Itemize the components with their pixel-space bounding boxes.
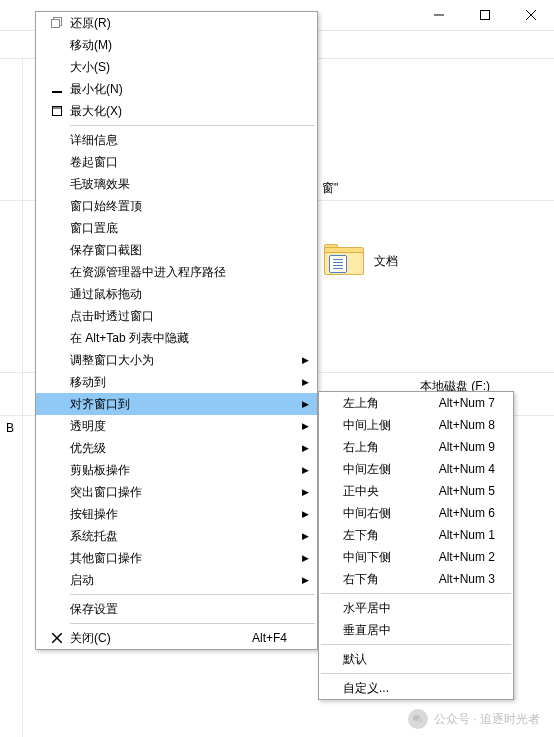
menu-item[interactable]: 剪贴板操作▶ [36,459,317,481]
submenu-item[interactable]: 左上角Alt+Num 7 [319,392,513,414]
menu-item-label: 系统托盘 [70,528,297,545]
minimize-icon [434,10,444,20]
menu-item-label: 移动到 [70,374,297,391]
menu-item[interactable]: 系统托盘▶ [36,525,317,547]
menu-item[interactable]: 移动到▶ [36,371,317,393]
menu-item[interactable]: 卷起窗口▶ [36,151,317,173]
menu-item-label: 还原(R) [70,15,297,32]
menu-item-label: 窗口置底 [70,220,297,237]
menu-item[interactable]: 窗口始终置顶▶ [36,195,317,217]
submenu-item[interactable]: 水平居中 [319,597,513,619]
menu-item-label: 其他窗口操作 [70,550,297,567]
menu-item[interactable]: 透明度▶ [36,415,317,437]
submenu-item-label: 默认 [343,651,505,668]
submenu-item-label: 左下角 [343,527,429,544]
restore-icon [44,17,70,29]
submenu-item[interactable]: 右上角Alt+Num 9 [319,436,513,458]
submenu-item-shortcut: Alt+Num 6 [429,506,505,520]
menu-item[interactable]: 最小化(N)▶ [36,78,317,100]
close-icon [526,10,536,20]
watermark: 公众号 · 追逐时光者 [408,709,540,729]
submenu-item-label: 中间下侧 [343,549,429,566]
menu-item-label: 调整窗口大小为 [70,352,297,369]
menu-item[interactable]: 详细信息▶ [36,129,317,151]
menu-item[interactable]: 按钮操作▶ [36,503,317,525]
submenu-item-shortcut: Alt+Num 5 [429,484,505,498]
menu-item-label: 最小化(N) [70,81,297,98]
menu-item[interactable]: 其他窗口操作▶ [36,547,317,569]
menu-item-label: 点击时透过窗口 [70,308,297,325]
submenu-item[interactable]: 垂直居中 [319,619,513,641]
menu-item-label: 启动 [70,572,297,589]
window-maximize-button[interactable] [462,0,508,30]
submenu-item-label: 正中央 [343,483,429,500]
window-close-button[interactable] [508,0,554,30]
submenu-item[interactable]: 左下角Alt+Num 1 [319,524,513,546]
menu-item[interactable]: 窗口置底▶ [36,217,317,239]
menu-separator [321,644,511,645]
menu-item[interactable]: 突出窗口操作▶ [36,481,317,503]
submenu-item[interactable]: 自定义... [319,677,513,699]
close-icon [44,633,70,643]
submenu-item[interactable]: 正中央Alt+Num 5 [319,480,513,502]
menu-item[interactable]: 最大化(X)▶ [36,100,317,122]
submenu-item[interactable]: 中间左侧Alt+Num 4 [319,458,513,480]
menu-item-label: 在 Alt+Tab 列表中隐藏 [70,330,297,347]
menu-item-label: 保存窗口截图 [70,242,297,259]
menu-item[interactable]: 还原(R)▶ [36,12,317,34]
menu-item[interactable]: 调整窗口大小为▶ [36,349,317,371]
menu-item-label: 卷起窗口 [70,154,297,171]
menu-separator [70,623,315,624]
menu-separator [321,673,511,674]
submenu-arrow-icon: ▶ [297,355,309,365]
menu-item-label: 移动(M) [70,37,297,54]
submenu-arrow-icon: ▶ [297,553,309,563]
submenu-item[interactable]: 默认 [319,648,513,670]
menu-item[interactable]: 优先级▶ [36,437,317,459]
submenu-item[interactable]: 中间上侧Alt+Num 8 [319,414,513,436]
submenu-item-label: 中间上侧 [343,417,429,434]
menu-item[interactable]: 关闭(C)Alt+F4▶ [36,627,317,649]
maximize-icon [480,10,490,20]
menu-item[interactable]: 毛玻璃效果▶ [36,173,317,195]
submenu-item-shortcut: Alt+Num 7 [429,396,505,410]
menu-item-label: 剪贴板操作 [70,462,297,479]
bg-folder-item[interactable]: 文档 [324,244,398,278]
submenu-item-label: 中间右侧 [343,505,429,522]
menu-item-label: 大小(S) [70,59,297,76]
submenu-arrow-icon: ▶ [297,443,309,453]
menu-item-label: 详细信息 [70,132,297,149]
minimize-icon [44,83,70,95]
submenu-item[interactable]: 右下角Alt+Num 3 [319,568,513,590]
menu-item[interactable]: 点击时透过窗口▶ [36,305,317,327]
menu-item[interactable]: 在 Alt+Tab 列表中隐藏▶ [36,327,317,349]
menu-item[interactable]: 在资源管理器中进入程序路径▶ [36,261,317,283]
submenu-item-shortcut: Alt+Num 8 [429,418,505,432]
menu-item[interactable]: 对齐窗口到▶ [36,393,317,415]
bg-separator [22,58,23,737]
submenu-item[interactable]: 中间右侧Alt+Num 6 [319,502,513,524]
menu-item-label: 窗口始终置顶 [70,198,297,215]
svg-rect-1 [481,11,490,20]
menu-item[interactable]: 通过鼠标拖动▶ [36,283,317,305]
align-window-submenu: 左上角Alt+Num 7中间上侧Alt+Num 8右上角Alt+Num 9中间左… [318,391,514,700]
menu-item[interactable]: 大小(S)▶ [36,56,317,78]
menu-item[interactable]: 启动▶ [36,569,317,591]
submenu-arrow-icon: ▶ [297,575,309,585]
bg-text-fragment: B [6,421,14,435]
menu-item-label: 最大化(X) [70,103,297,120]
submenu-item[interactable]: 中间下侧Alt+Num 2 [319,546,513,568]
submenu-arrow-icon: ▶ [297,487,309,497]
submenu-arrow-icon: ▶ [297,421,309,431]
menu-item-label: 通过鼠标拖动 [70,286,297,303]
submenu-arrow-icon: ▶ [297,465,309,475]
submenu-item-label: 垂直居中 [343,622,505,639]
menu-item[interactable]: 移动(M)▶ [36,34,317,56]
menu-item[interactable]: 保存设置▶ [36,598,317,620]
submenu-item-shortcut: Alt+Num 9 [429,440,505,454]
menu-item-label: 对齐窗口到 [70,396,297,413]
menu-item-label: 关闭(C) [70,630,242,647]
window-minimize-button[interactable] [416,0,462,30]
menu-item-label: 优先级 [70,440,297,457]
menu-item[interactable]: 保存窗口截图▶ [36,239,317,261]
